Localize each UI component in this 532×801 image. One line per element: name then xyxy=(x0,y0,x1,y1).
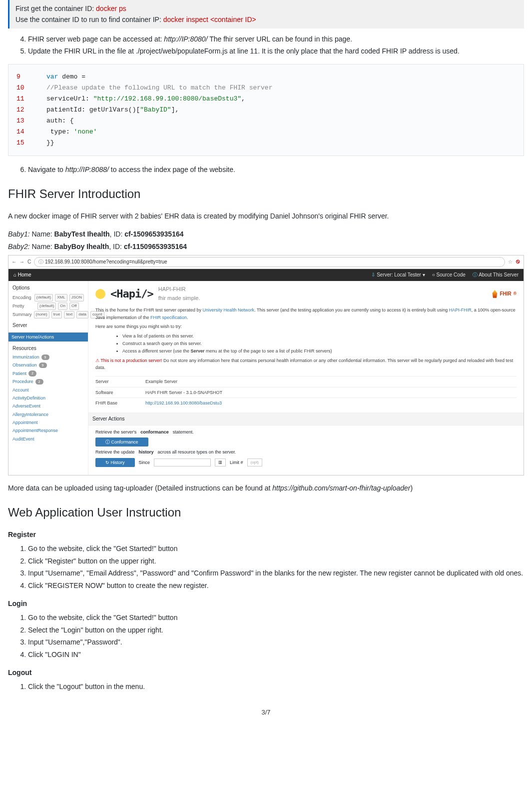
text: Navigate to xyxy=(28,166,65,174)
limit-input[interactable]: (opt) xyxy=(247,458,262,467)
list-item: Click "REGISTER NOW" button to create th… xyxy=(28,580,524,591)
conformance-button[interactable]: ⓘ Conformance xyxy=(95,438,148,446)
resource-item[interactable]: Appointment xyxy=(12,419,84,426)
action-row: Retrieve the server's conformance statem… xyxy=(95,428,517,436)
list-item: Access a different server (use the Serve… xyxy=(122,348,517,354)
register-steps: Go to the website, click the "Get Starte… xyxy=(8,543,524,591)
server-label: Server xyxy=(12,322,84,330)
value: Example Server xyxy=(145,378,177,385)
calendar-button[interactable]: ▥ xyxy=(215,458,226,467)
option-button[interactable]: (default) xyxy=(37,302,56,310)
source-link[interactable]: ○ Source Code xyxy=(432,271,466,279)
back-icon[interactable]: ← xyxy=(11,258,16,266)
key: Software xyxy=(95,389,145,396)
link[interactable]: FHIR specification xyxy=(150,315,187,320)
url-input[interactable]: ⓘ 192.168.99.100:8080/home?encoding=null… xyxy=(34,257,505,267)
about-link[interactable]: ⓘ About This Server xyxy=(473,271,519,279)
section-heading: Web Application User Instruction xyxy=(8,503,524,522)
note-line: First get the container ID: docker ps xyxy=(15,3,518,14)
line-number: 11 xyxy=(16,94,46,104)
list-item: Update the FHIR URL in the file at ./pro… xyxy=(28,46,524,56)
url-text: https://github.com/smart-on-fhir/tag-upl… xyxy=(272,484,410,492)
section-heading: FHIR Server Introduction xyxy=(8,184,524,204)
string: "BabyID" xyxy=(140,106,171,114)
list-item: Construct a search query on this server. xyxy=(122,340,517,347)
flame-icon xyxy=(492,290,498,298)
string: 'none' xyxy=(74,128,97,136)
link[interactable]: HAPI-FHIR xyxy=(449,308,472,312)
option-button[interactable]: (default) xyxy=(34,294,53,302)
list-item: Select the "Login" button on the upper r… xyxy=(28,624,524,636)
list-item: Go to the website, click the "Get Starte… xyxy=(28,543,524,554)
keyword: var xyxy=(46,73,58,80)
link[interactable]: different server xyxy=(142,348,172,354)
resource-item[interactable]: AuditEvent xyxy=(12,436,84,442)
option-button[interactable]: (none) xyxy=(34,311,49,318)
resource-item[interactable]: AppointmentResponse xyxy=(12,427,84,434)
code-text: auth: { xyxy=(46,117,74,124)
code-text: demo = xyxy=(58,73,85,80)
list-item: Input "Username", "Email Address", "Pass… xyxy=(28,568,524,578)
star-icon[interactable]: ☆ xyxy=(508,258,513,266)
resource-item[interactable]: ActivityDefinition xyxy=(12,394,84,402)
key: Server xyxy=(95,378,145,385)
paragraph: A new docker image of FHIR server with 2… xyxy=(8,210,524,222)
value-link[interactable]: http://192.168.99.100:8080/baseDstu3 xyxy=(145,400,222,406)
link[interactable]: list of patients xyxy=(137,334,164,338)
forward-icon[interactable]: → xyxy=(19,258,24,266)
label: Baby1: xyxy=(8,230,30,238)
option-button[interactable]: Off xyxy=(69,302,79,310)
subsection-heading: Logout xyxy=(8,667,524,678)
resource-item[interactable]: AllergyIntolerance xyxy=(12,411,84,418)
sidebar-header[interactable]: Server Home/Actions xyxy=(8,332,88,342)
action-row: Retrieve the update history across all r… xyxy=(95,448,517,456)
baby-info: Baby1: Name: BabyTest Ihealth, ID: cf-15… xyxy=(8,228,524,240)
logout-steps: Click the "Logout" button in the menu. xyxy=(8,681,524,692)
list-item: Go to the website, click the "Get Starte… xyxy=(28,612,524,623)
resource-list: Immunization9Observation9Patient2Procedu… xyxy=(12,354,84,442)
line-number: 15 xyxy=(16,138,46,148)
resource-item[interactable]: AdverseEvent xyxy=(12,402,84,410)
code-text: ], xyxy=(171,106,179,114)
text: First get the container ID: xyxy=(15,4,96,12)
resource-item[interactable]: Account xyxy=(12,386,84,394)
label: Encoding xyxy=(12,294,32,301)
paragraph: More data can be uploaded using tag-uplo… xyxy=(8,482,524,494)
option-button[interactable]: XML xyxy=(55,294,67,302)
reload-icon[interactable]: C xyxy=(27,258,31,266)
code-text: , xyxy=(241,95,245,102)
hapi-logo: <Hapi/> xyxy=(110,285,153,302)
since-input[interactable] xyxy=(154,458,211,467)
label: Baby2: xyxy=(8,242,30,250)
history-button[interactable]: ↻ History xyxy=(95,458,135,467)
url-text: http://IP:8088/ xyxy=(65,166,109,174)
option-button[interactable]: true xyxy=(51,311,62,318)
steps-list: Navigate to http://IP:8088/ to access th… xyxy=(8,164,524,175)
home-icon[interactable]: ⌂ xyxy=(13,271,16,279)
text: Name: xyxy=(30,230,54,238)
option-button[interactable]: text xyxy=(64,311,74,318)
paragraph: This is the home for the FHIR test serve… xyxy=(95,306,517,321)
note-line: Use the container ID to run to find cont… xyxy=(15,14,518,25)
home-link[interactable]: Home xyxy=(18,271,31,279)
list-item: Navigate to http://IP:8088/ to access th… xyxy=(28,164,524,175)
option-button[interactable]: JSON xyxy=(69,294,84,302)
option-button[interactable]: data xyxy=(76,311,88,318)
text: More data can be uploaded using tag-uplo… xyxy=(8,484,272,492)
string: "http://192.168.99.100:8080/baseDstu3" xyxy=(93,95,241,102)
link[interactable]: search query xyxy=(147,341,173,346)
option-button[interactable]: On xyxy=(58,302,67,310)
resource-item[interactable]: Patient2 xyxy=(12,370,84,377)
code-block: 9var demo = 10//Please update the follow… xyxy=(8,64,524,156)
resource-item[interactable]: Observation9 xyxy=(12,362,84,368)
text: The fhir server URL can be found in this… xyxy=(208,35,353,43)
text: ) xyxy=(411,484,413,492)
label: Limit # xyxy=(230,459,243,466)
stop-icon[interactable]: 🛇 xyxy=(516,258,521,266)
resource-item[interactable]: Procedure2 xyxy=(12,378,84,385)
line-number: 12 xyxy=(16,104,46,116)
link[interactable]: University Health Network xyxy=(203,308,255,312)
server-dropdown[interactable]: ⇩ Server: Local Tester xyxy=(371,271,425,279)
bullet-list: View a list of patients on this server. … xyxy=(102,332,517,355)
resource-item[interactable]: Immunization9 xyxy=(12,354,84,360)
